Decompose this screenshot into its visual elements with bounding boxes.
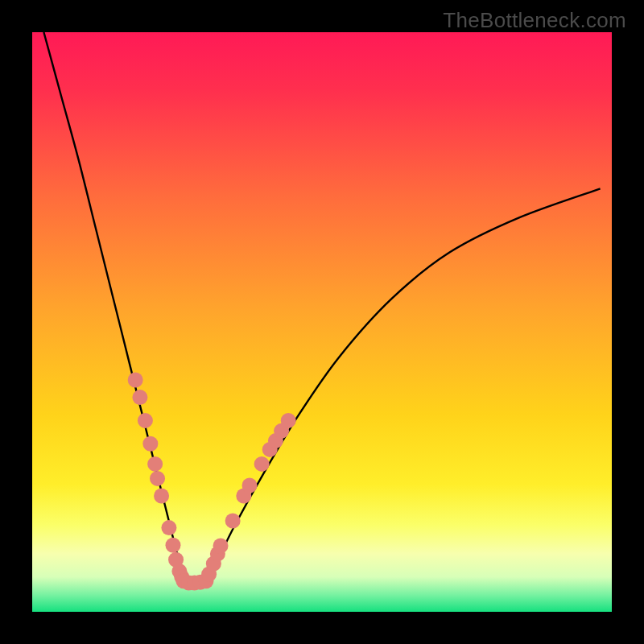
chart-container: TheBottleneck.com xyxy=(0,0,644,644)
data-marker xyxy=(225,513,241,528)
plot-area xyxy=(32,32,612,612)
data-marker xyxy=(154,489,169,504)
data-marker xyxy=(254,456,270,472)
data-marker xyxy=(281,413,296,428)
data-marker xyxy=(161,520,176,535)
data-marker xyxy=(150,471,165,486)
data-marker xyxy=(147,456,163,472)
data-marker xyxy=(213,538,229,553)
data-marker xyxy=(132,390,147,405)
data-marker xyxy=(165,538,180,553)
data-marker xyxy=(128,373,143,388)
bottleneck-chart xyxy=(32,32,612,612)
data-marker xyxy=(142,436,158,452)
watermark-text: TheBottleneck.com xyxy=(443,8,626,33)
data-marker xyxy=(242,478,258,493)
data-marker xyxy=(138,413,153,428)
